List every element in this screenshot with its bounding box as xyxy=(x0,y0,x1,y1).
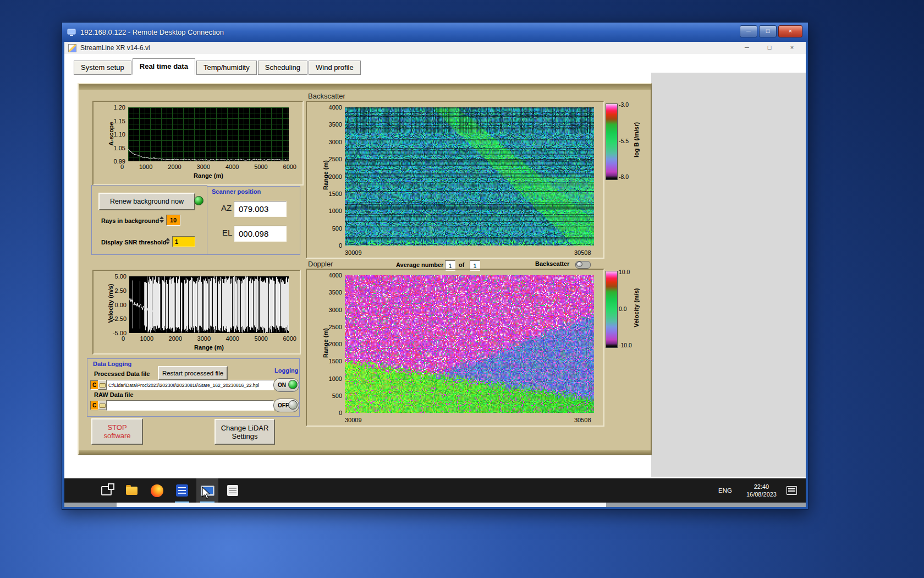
tick-label: 2000 xyxy=(329,341,342,347)
tick-label: 1.15 xyxy=(114,118,125,124)
tick-label: -8.0 xyxy=(619,173,629,180)
tick-label: 5.00 xyxy=(115,273,127,280)
on-toggle-knob xyxy=(288,380,298,389)
desktop-background: 192.168.0.122 - Remote Desktop Connectio… xyxy=(0,0,924,578)
doppler-heatmap-canvas xyxy=(345,275,594,413)
tab-real-time-data[interactable]: Real time data xyxy=(133,58,195,75)
tick-label: 0.00 xyxy=(115,302,127,308)
restart-processed-file-button[interactable]: Restart processed file xyxy=(158,366,228,380)
data-logging-group: Data Logging Processed Data file Restart… xyxy=(87,358,300,417)
rdp-close-button[interactable]: × xyxy=(778,25,802,37)
firefox-icon xyxy=(151,484,163,497)
tick-label: 1000 xyxy=(139,163,152,170)
tick-label: 1000 xyxy=(140,335,153,342)
rays-spinner[interactable] xyxy=(159,215,164,225)
tick-label: 1.10 xyxy=(114,131,125,138)
velocity-x-axis-label: Range (m) xyxy=(129,344,289,351)
processed-drive-selector[interactable]: C xyxy=(90,380,98,390)
change-lidar-settings-button[interactable]: Change LiDAR Settings xyxy=(215,419,275,445)
raw-logging-toggle[interactable]: OFF xyxy=(273,399,299,412)
az-label: AZ xyxy=(221,203,232,212)
backscatter-colorbar-label: log B (/m/sr) xyxy=(633,107,640,173)
velocity-graph: Velocity (m/s) 5.002.500.00-2.50-5.00 01… xyxy=(92,270,301,355)
clock[interactable]: 22:40 16/08/2023 xyxy=(746,483,777,498)
tab-scheduling[interactable]: Scheduling xyxy=(258,61,307,75)
backscatter-toggle-slider[interactable] xyxy=(575,261,591,269)
processed-logging-toggle[interactable]: ON xyxy=(273,378,299,392)
file-explorer-icon xyxy=(126,487,138,495)
tick-label: 1.20 xyxy=(114,104,125,111)
tick-label: 2500 xyxy=(329,156,342,162)
file-explorer-button[interactable] xyxy=(120,478,142,503)
backscatter-colorbar xyxy=(606,103,618,180)
processed-path-field[interactable]: C:\Lidar\Data\Proc\2023\202308\20230816\… xyxy=(106,380,274,390)
task-view-icon xyxy=(101,486,112,495)
tick-label: 3000 xyxy=(329,307,342,313)
raw-browse-button[interactable] xyxy=(98,401,107,410)
snr-spinner[interactable] xyxy=(165,236,170,246)
task-view-button[interactable] xyxy=(95,478,117,503)
tick-label: 1500 xyxy=(329,358,342,364)
action-center-icon[interactable] xyxy=(787,486,797,495)
app-restore-button[interactable]: □ xyxy=(761,42,778,54)
ascope-y-ticks: 1.201.151.101.050.99 xyxy=(105,104,125,165)
front-panel: A-scope 1.201.151.101.050.99 01000200030… xyxy=(78,83,652,455)
scanner-position-group: Scanner position AZ 079.003 EL 000.098 xyxy=(207,186,300,255)
tick-label: -2.50 xyxy=(113,315,127,322)
tick-label: 3000 xyxy=(197,335,211,342)
processed-data-file-label: Processed Data file xyxy=(94,370,150,377)
rdp-titlebar[interactable]: 192.168.0.122 - Remote Desktop Connectio… xyxy=(62,23,808,42)
tick-label: 4000 xyxy=(226,335,239,342)
backscatter-x-end: 30508 xyxy=(574,249,591,256)
snr-value-field[interactable]: 1 xyxy=(172,236,195,247)
renew-background-led xyxy=(194,196,204,205)
app-background-region xyxy=(651,73,806,477)
renew-background-button[interactable]: Renew background now xyxy=(98,193,195,210)
processed-browse-button[interactable] xyxy=(98,380,107,390)
rays-value-field[interactable]: 10 xyxy=(166,215,180,226)
folder-icon xyxy=(100,403,106,408)
tick-label: 6000 xyxy=(283,335,296,342)
tab-temp-humidity[interactable]: Temp/humidity xyxy=(196,61,257,75)
tick-label: 3500 xyxy=(329,121,342,128)
clock-time: 22:40 xyxy=(746,483,777,490)
signsched-app-button[interactable] xyxy=(222,478,244,503)
ascope-x-ticks: 0100020003000400050006000 xyxy=(120,163,296,170)
tab-system-setup[interactable]: System setup xyxy=(74,61,131,75)
tick-label: 4000 xyxy=(226,163,239,170)
tab-wind-profile[interactable]: Wind profile xyxy=(309,61,361,75)
schedule-app-button[interactable] xyxy=(171,478,193,503)
horizontal-scrollbar[interactable] xyxy=(64,503,806,507)
on-label: ON xyxy=(278,382,286,388)
ascope-graph: A-scope 1.201.151.101.050.99 01000200030… xyxy=(92,101,304,186)
scrollbar-thumb[interactable] xyxy=(117,503,606,507)
tick-label: 4000 xyxy=(329,272,342,279)
tick-label: 0 xyxy=(120,163,124,170)
raw-path-field[interactable] xyxy=(106,400,274,411)
tick-label: 0.0 xyxy=(619,306,627,312)
app-titlebar[interactable]: StreamLine XR v14-6.vi ─ □ × xyxy=(64,42,806,54)
tick-label: 3000 xyxy=(329,139,342,145)
tick-label: 1500 xyxy=(329,190,342,197)
az-value-field[interactable]: 079.003 xyxy=(234,201,287,217)
app-close-button[interactable]: × xyxy=(784,42,800,54)
rdp-maximize-button[interactable]: □ xyxy=(759,25,777,37)
tick-label: 3000 xyxy=(197,163,210,170)
tick-label: 6000 xyxy=(283,163,296,170)
tick-label: 2000 xyxy=(169,335,182,342)
rdp-connection-icon xyxy=(67,29,76,36)
mouse-cursor xyxy=(202,487,211,499)
rdp-minimize-button[interactable]: ─ xyxy=(740,25,757,37)
tick-label: 5000 xyxy=(254,163,267,170)
raw-drive-selector[interactable]: C xyxy=(90,401,98,410)
stop-software-button[interactable]: STOP software xyxy=(91,418,143,445)
firefox-button[interactable] xyxy=(146,478,168,503)
language-indicator[interactable]: ENG xyxy=(714,485,736,496)
doppler-colorbar xyxy=(606,271,618,348)
tick-label: 5000 xyxy=(254,335,267,342)
el-value-field[interactable]: 000.098 xyxy=(234,226,287,242)
taskbar: ENG 22:40 16/08/2023 xyxy=(64,478,806,503)
scanner-position-title: Scanner position xyxy=(212,188,261,195)
tick-label: 3500 xyxy=(329,289,342,296)
app-minimize-button[interactable]: ─ xyxy=(739,42,755,54)
